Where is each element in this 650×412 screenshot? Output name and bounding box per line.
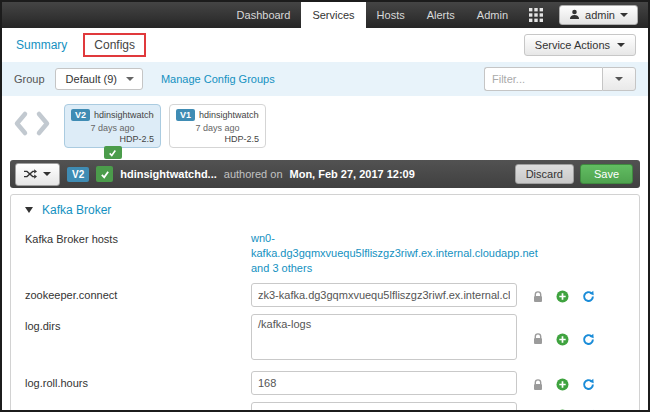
nav-item-admin[interactable]: Admin <box>466 2 519 28</box>
more-hosts-link[interactable]: and 3 others <box>251 261 517 276</box>
service-actions-button[interactable]: Service Actions <box>524 34 636 56</box>
version-bar-actions: Discard Save <box>515 164 635 184</box>
user-icon <box>569 9 580 22</box>
undo-refresh-icon[interactable] <box>582 378 595 391</box>
current-version-bar: V2 hdinsightwatchd... authored on Mon, F… <box>10 160 640 188</box>
undo-refresh-icon[interactable] <box>582 333 595 346</box>
current-version-name: hdinsightwatchd... <box>120 168 217 180</box>
log-roll-hours-input[interactable] <box>251 371 517 395</box>
version-badge: V2 <box>71 109 90 121</box>
manage-config-groups-link[interactable]: Manage Config Groups <box>161 73 275 85</box>
filter-input[interactable] <box>484 67 602 91</box>
chevron-right-icon[interactable] <box>35 110 52 141</box>
nav-item-services[interactable]: Services <box>301 2 365 28</box>
chevron-down-icon <box>620 13 628 17</box>
final-lock-icon[interactable] <box>533 333 543 345</box>
log-dirs-textarea[interactable]: /kafka-logs <box>251 314 517 360</box>
config-label: log.dirs <box>25 314 251 332</box>
user-menu-button[interactable]: admin <box>559 5 638 25</box>
version-name: hdinsightwatchd... <box>199 110 259 120</box>
service-tabbar: Summary Configs Service Actions <box>2 28 648 62</box>
tab-summary[interactable]: Summary <box>16 38 67 52</box>
config-row-log-roll-hours: log.roll.hours <box>11 368 639 399</box>
version-stack: HDP-2.5 <box>71 134 154 144</box>
top-navbar: Dashboard Services Hosts Alerts Admin ad… <box>2 2 648 28</box>
version-badge: V1 <box>176 109 195 121</box>
current-check-icon <box>96 166 113 182</box>
current-version-check-icon <box>104 146 122 159</box>
config-label: log.retention.hours <box>25 402 251 412</box>
version-stack: HDP-2.5 <box>176 134 259 144</box>
carousel-arrows <box>12 104 52 141</box>
version-card-v2-wrap: V2 hdinsightwatchd... 7 days ago HDP-2.5 <box>64 104 161 148</box>
group-select-value: Default (9) <box>66 73 117 85</box>
config-row-log-dirs: log.dirs /kafka-logs <box>11 311 639 368</box>
nav-item-hosts[interactable]: Hosts <box>366 2 416 28</box>
nav-item-alerts[interactable]: Alerts <box>416 2 466 28</box>
save-button[interactable]: Save <box>580 164 633 184</box>
authored-prefix: authored on <box>224 168 283 180</box>
config-label: zookeeper.connect <box>25 283 251 301</box>
version-card-v1-wrap: V1 hdinsightwatchd... 7 days ago HDP-2.5 <box>169 104 266 148</box>
section-header-kafka-broker[interactable]: Kafka Broker <box>11 195 639 224</box>
config-row-log-retention-hours: log.retention.hours <box>11 399 639 412</box>
final-lock-icon[interactable] <box>533 379 543 391</box>
compare-versions-button[interactable] <box>15 163 60 186</box>
config-row-zookeeper-connect: zookeeper.connect <box>11 280 639 311</box>
group-select-dropdown[interactable]: Default (9) <box>55 68 143 90</box>
chevron-down-icon <box>617 43 625 47</box>
final-lock-icon[interactable] <box>533 291 543 303</box>
discard-button[interactable]: Discard <box>515 164 574 184</box>
log-retention-hours-input[interactable] <box>251 402 517 412</box>
service-actions-label: Service Actions <box>535 39 610 51</box>
filter-dropdown-button[interactable] <box>602 67 636 91</box>
section-title: Kafka Broker <box>42 203 111 217</box>
broker-host-link[interactable]: wn0-kafka.dg3gqmxvuequ5lfliszgz3riwf.ex.… <box>251 227 517 261</box>
views-grid-icon[interactable] <box>519 2 553 28</box>
tab-configs[interactable]: Configs <box>83 33 146 57</box>
config-versions-carousel: V2 hdinsightwatchd... 7 days ago HDP-2.5… <box>2 96 648 160</box>
version-age: 7 days ago <box>176 123 259 133</box>
override-plus-icon[interactable] <box>556 290 569 303</box>
zookeeper-connect-input[interactable] <box>251 283 517 307</box>
config-value-links: wn0-kafka.dg3gqmxvuequ5lfliszgz3riwf.ex.… <box>251 227 517 276</box>
collapse-caret-icon <box>25 207 33 213</box>
shuffle-icon <box>24 167 37 182</box>
version-age: 7 days ago <box>71 123 154 133</box>
override-plus-icon[interactable] <box>556 333 569 346</box>
nav-item-dashboard[interactable]: Dashboard <box>226 2 302 28</box>
chevron-down-icon <box>615 77 623 81</box>
config-group-bar: Group Default (9) Manage Config Groups <box>2 62 648 96</box>
chevron-left-icon[interactable] <box>12 110 29 141</box>
version-name: hdinsightwatchd... <box>94 110 154 120</box>
current-version-badge: V2 <box>67 167 89 182</box>
config-row-kafka-broker-hosts: Kafka Broker hosts wn0-kafka.dg3gqmxvueq… <box>11 224 639 280</box>
user-menu-label: admin <box>585 9 615 21</box>
chevron-down-icon <box>43 172 51 176</box>
override-plus-icon[interactable] <box>556 378 569 391</box>
version-card-v2[interactable]: V2 hdinsightwatchd... 7 days ago HDP-2.5 <box>64 104 161 148</box>
version-card-v1[interactable]: V1 hdinsightwatchd... 7 days ago HDP-2.5 <box>169 104 266 148</box>
group-label: Group <box>14 73 45 85</box>
version-cards: V2 hdinsightwatchd... 7 days ago HDP-2.5… <box>64 104 266 148</box>
undo-refresh-icon[interactable] <box>582 290 595 303</box>
app-window: Dashboard Services Hosts Alerts Admin ad… <box>0 0 650 412</box>
config-label: log.roll.hours <box>25 371 251 389</box>
chevron-down-icon <box>126 77 134 81</box>
config-label: Kafka Broker hosts <box>25 227 251 245</box>
authored-date: Mon, Feb 27, 2017 12:09 <box>290 168 415 180</box>
kafka-broker-panel: Kafka Broker Kafka Broker hosts wn0-kafk… <box>10 194 640 412</box>
filter-group <box>484 67 636 91</box>
